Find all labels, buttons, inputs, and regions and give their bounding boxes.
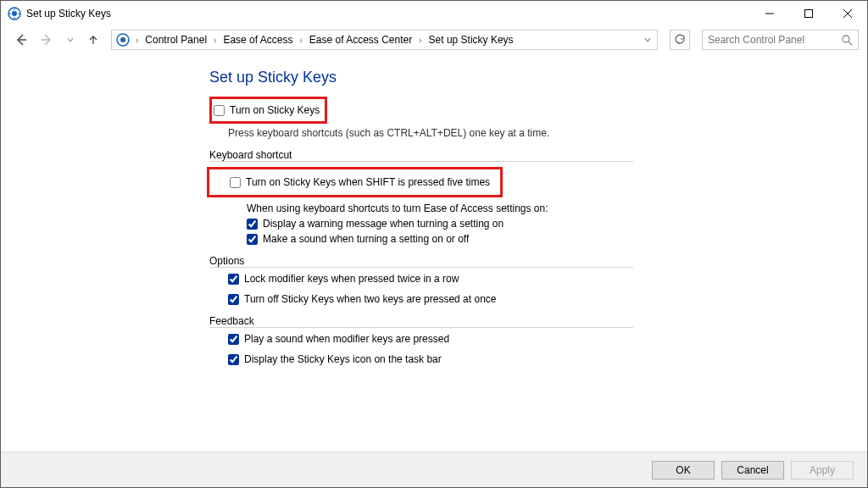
back-button[interactable] xyxy=(11,30,30,49)
highlight-turn-on-sticky-keys: Turn on Sticky Keys xyxy=(209,97,327,124)
up-button[interactable] xyxy=(84,30,103,49)
shift-five-times-label: Turn on Sticky Keys when SHIFT is presse… xyxy=(246,176,490,188)
lock-modifier-checkbox[interactable] xyxy=(228,274,239,285)
forward-button[interactable] xyxy=(38,30,57,49)
window: Set up Sticky Keys › Control Panel › Eas… xyxy=(0,0,868,488)
titlebar: Set up Sticky Keys xyxy=(1,1,867,26)
ease-of-access-icon xyxy=(8,7,21,20)
breadcrumb-ease-of-access-center[interactable]: Ease of Access Center xyxy=(308,32,414,47)
close-button[interactable] xyxy=(828,1,867,26)
shift-five-times-checkbox[interactable] xyxy=(230,177,241,188)
highlight-shift-five-times: Turn on Sticky Keys when SHIFT is presse… xyxy=(207,167,503,197)
svg-point-9 xyxy=(120,37,125,42)
display-taskbar-icon-checkbox[interactable] xyxy=(228,354,239,365)
content-pane: Set up Sticky Keys Turn on Sticky Keys P… xyxy=(1,53,867,452)
breadcrumb-control-panel[interactable]: Control Panel xyxy=(143,32,209,47)
section-feedback: Feedback xyxy=(209,315,633,328)
display-warning-label: Display a warning message when turning a… xyxy=(263,218,504,230)
address-bar[interactable]: › Control Panel › Ease of Access › Ease … xyxy=(111,30,658,50)
page-title: Set up Sticky Keys xyxy=(209,69,867,86)
cancel-button[interactable]: Cancel xyxy=(721,461,784,480)
control-panel-icon xyxy=(115,32,131,47)
turn-on-sticky-keys-label: Turn on Sticky Keys xyxy=(230,104,320,116)
svg-point-1 xyxy=(12,11,17,16)
sticky-keys-description: Press keyboard shortcuts (such as CTRL+A… xyxy=(228,127,867,139)
svg-point-10 xyxy=(843,36,849,42)
turn-on-sticky-keys-checkbox[interactable] xyxy=(214,105,225,116)
play-sound-modifier-label: Play a sound when modifier keys are pres… xyxy=(244,333,449,345)
chevron-right-icon: › xyxy=(299,36,302,45)
section-options: Options xyxy=(209,255,633,268)
search-box[interactable] xyxy=(702,30,859,50)
search-input[interactable] xyxy=(708,34,841,46)
breadcrumb-set-up-sticky-keys[interactable]: Set up Sticky Keys xyxy=(427,32,515,47)
dialog-button-bar: OK Cancel Apply xyxy=(1,452,867,487)
make-sound-checkbox[interactable] xyxy=(247,234,258,245)
turn-off-two-keys-label: Turn off Sticky Keys when two keys are p… xyxy=(244,293,496,305)
section-keyboard-shortcut: Keyboard shortcut xyxy=(209,149,633,162)
shortcut-note: When using keyboard shortcuts to turn Ea… xyxy=(247,202,867,214)
chevron-right-icon: › xyxy=(419,36,421,45)
svg-line-11 xyxy=(849,42,852,45)
breadcrumb-ease-of-access[interactable]: Ease of Access xyxy=(221,32,294,47)
refresh-button[interactable] xyxy=(670,30,690,50)
make-sound-label: Make a sound when turning a setting on o… xyxy=(263,233,469,245)
window-controls xyxy=(750,1,867,26)
minimize-button[interactable] xyxy=(750,1,789,26)
ok-button[interactable]: OK xyxy=(652,461,715,480)
display-warning-checkbox[interactable] xyxy=(247,219,258,230)
window-title: Set up Sticky Keys xyxy=(26,8,111,19)
svg-rect-3 xyxy=(805,10,813,18)
search-icon xyxy=(841,34,853,46)
lock-modifier-label: Lock modifier keys when pressed twice in… xyxy=(244,273,459,285)
navbar: › Control Panel › Ease of Access › Ease … xyxy=(1,26,867,53)
chevron-right-icon: › xyxy=(136,36,138,45)
play-sound-modifier-checkbox[interactable] xyxy=(228,334,239,345)
recent-locations-dropdown[interactable] xyxy=(65,30,75,49)
maximize-button[interactable] xyxy=(789,1,828,26)
display-taskbar-icon-label: Display the Sticky Keys icon on the task… xyxy=(244,353,442,365)
address-dropdown[interactable] xyxy=(642,34,654,46)
turn-off-two-keys-checkbox[interactable] xyxy=(228,294,239,305)
apply-button[interactable]: Apply xyxy=(791,461,854,480)
chevron-right-icon: › xyxy=(214,36,216,45)
